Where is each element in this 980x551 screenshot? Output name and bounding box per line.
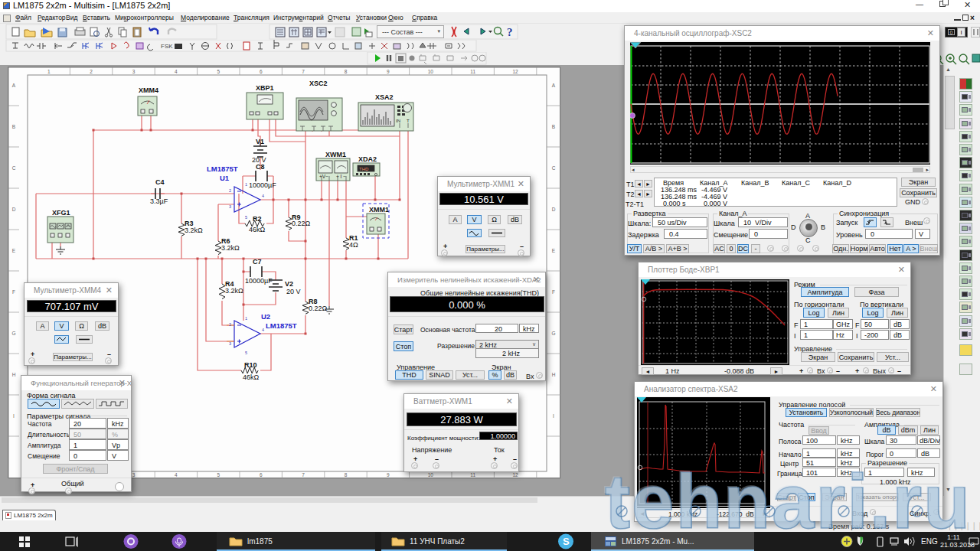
svg-text:11: 11 — [470, 69, 475, 74]
svg-text:FSK: FSK — [161, 43, 173, 50]
svg-text:A: A — [552, 83, 556, 88]
svg-text:A: A — [12, 83, 16, 88]
svg-text:B: B — [552, 124, 555, 129]
svg-text:B: B — [12, 124, 15, 129]
svg-text:10: 10 — [428, 472, 434, 478]
svg-text:3: 3 — [132, 69, 136, 74]
svg-text:F: F — [552, 289, 555, 295]
svg-text:9: 9 — [387, 472, 390, 478]
svg-text:5: 5 — [217, 472, 220, 478]
svg-text:H: H — [552, 372, 556, 377]
svg-text:LM1875 2x2m - Mu...: LM1875 2x2m - Mu... — [622, 537, 694, 546]
svg-text:C: C — [552, 165, 556, 171]
svg-text:lm1875: lm1875 — [247, 537, 273, 546]
svg-text:12: 12 — [512, 472, 518, 478]
svg-text:4: 4 — [175, 472, 178, 478]
svg-text:2: 2 — [90, 69, 93, 74]
svg-text:G: G — [551, 331, 555, 336]
svg-text:E: E — [12, 248, 16, 253]
svg-text:H: H — [12, 372, 16, 377]
svg-text:11: 11 — [470, 472, 475, 478]
svg-text:10: 10 — [428, 69, 434, 74]
svg-text:G: G — [11, 331, 15, 336]
svg-text:ENG: ENG — [921, 537, 938, 546]
svg-text:9: 9 — [387, 69, 390, 74]
svg-text:I: I — [553, 413, 554, 419]
svg-text:11 УНЧ Платы2: 11 УНЧ Платы2 — [410, 537, 465, 546]
svg-text:D: D — [552, 207, 556, 212]
svg-text:F: F — [12, 289, 15, 295]
svg-text:6: 6 — [260, 69, 263, 74]
svg-text:I: I — [13, 413, 15, 419]
svg-text:7: 7 — [302, 472, 305, 478]
svg-text:S: S — [563, 536, 570, 547]
svg-text:1:11: 1:11 — [947, 533, 960, 541]
svg-text:4: 4 — [175, 69, 178, 74]
svg-text:D: D — [12, 207, 16, 212]
svg-text:C: C — [12, 165, 16, 171]
svg-text:6: 6 — [260, 472, 263, 478]
svg-text:7: 7 — [302, 69, 305, 74]
svg-text:?: ? — [507, 26, 513, 38]
svg-text:E: E — [552, 248, 556, 253]
svg-text:8: 8 — [345, 69, 348, 74]
svg-text:1: 1 — [47, 69, 51, 74]
svg-text:5: 5 — [217, 69, 220, 74]
svg-text:3: 3 — [132, 472, 136, 478]
svg-text:12: 12 — [512, 69, 518, 74]
svg-text:8: 8 — [345, 472, 348, 478]
